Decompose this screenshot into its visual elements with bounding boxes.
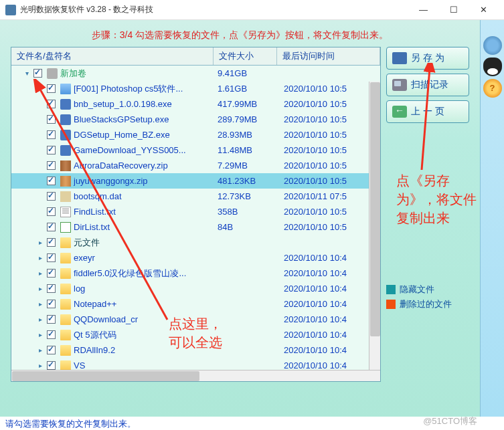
file-row[interactable]: ▸[F001] Photoshop cs5软件...1.61GB2020/10/…: [11, 81, 380, 96]
settings-icon[interactable]: [483, 36, 502, 55]
col-size[interactable]: 文件大小: [214, 47, 277, 65]
main-area: 步骤：3/4 勾选需要恢复的文件，点《另存为》按钮，将文件复制出来。 文件名/盘…: [0, 20, 480, 417]
file-row[interactable]: ▸BlueStacksGPSetup.exe289.79MB2020/10/10…: [11, 112, 380, 127]
file-row[interactable]: ▸AuroraDataRecovery.zip7.29MB2020/10/10 …: [11, 158, 380, 173]
file-time: 2020/10/10 10:4: [278, 314, 380, 324]
file-name: QQDownload_cr: [74, 314, 215, 324]
checkbox[interactable]: [47, 115, 56, 124]
file-type-icon: [60, 268, 71, 279]
checkbox[interactable]: [33, 69, 42, 78]
file-name: BlueStacksGPSetup.exe: [74, 114, 215, 124]
file-name: RDAllIn9.2: [74, 345, 215, 355]
col-time[interactable]: 最后访问时间: [277, 47, 380, 65]
file-row[interactable]: ▸RDAllIn9.22020/10/10 10:4: [11, 342, 380, 358]
file-type-icon: [60, 160, 71, 171]
checkbox[interactable]: [47, 130, 56, 139]
close-button[interactable]: ✕: [469, 0, 499, 19]
file-time: 2020/10/10 10:4: [278, 299, 380, 309]
save-as-button[interactable]: 另 存 为: [386, 47, 469, 70]
expand-icon[interactable]: ▾: [22, 70, 31, 77]
expand-icon[interactable]: ▸: [35, 270, 45, 277]
checkbox[interactable]: [47, 192, 56, 201]
file-row[interactable]: ▸log2020/10/10 10:4: [11, 281, 380, 296]
checkbox[interactable]: [47, 161, 56, 170]
file-type-icon: [60, 84, 71, 94]
expand-icon[interactable]: ▸: [35, 285, 45, 292]
file-row[interactable]: ▾新加卷9.41GB: [11, 66, 380, 81]
file-row[interactable]: ▸exeyr2020/10/10 10:4: [11, 250, 380, 265]
checkbox[interactable]: [47, 238, 56, 247]
file-name: exeyr: [74, 253, 215, 263]
file-time: 2020/10/10 10:5: [278, 145, 380, 155]
file-row[interactable]: ▸DirList.txt84B2020/10/10 10:5: [11, 219, 380, 235]
horizontal-scrollbar[interactable]: [11, 370, 380, 381]
file-time: 2020/10/10 10:4: [278, 284, 380, 294]
file-time: 2020/10/10 10:4: [278, 360, 380, 370]
file-row[interactable]: ▸bootsqm.dat12.73KB2020/10/11 07:5: [11, 189, 380, 204]
expand-icon[interactable]: ▸: [35, 254, 45, 261]
checkbox[interactable]: [47, 84, 56, 93]
scan-log-button[interactable]: 扫描记录: [386, 74, 469, 96]
file-type-icon: [60, 345, 71, 356]
file-row[interactable]: ▸fiddler5.0汉化绿色版雪山凌...2020/10/10 10:4: [11, 265, 380, 281]
file-name: Notepad++: [74, 299, 215, 309]
file-row[interactable]: ▸Qt 5源代码2020/10/10 10:4: [11, 327, 380, 342]
app-icon: [5, 5, 16, 15]
file-time: 2020/10/10 10:4: [278, 268, 380, 278]
qq-icon[interactable]: [483, 58, 502, 76]
checkbox[interactable]: [47, 253, 56, 262]
expand-icon[interactable]: ▸: [35, 239, 45, 246]
file-type-icon: [47, 68, 58, 79]
checkbox[interactable]: [47, 100, 56, 108]
prev-page-button[interactable]: 上 一 页: [386, 100, 469, 123]
file-size: 7.29MB: [215, 160, 278, 171]
checkbox[interactable]: [47, 284, 56, 293]
checkbox[interactable]: [47, 223, 56, 231]
file-row[interactable]: ▸Notepad++2020/10/10 10:4: [11, 296, 380, 312]
expand-icon[interactable]: ▸: [35, 300, 45, 308]
file-type-icon: [60, 130, 71, 140]
file-row[interactable]: ▸DGSetup_Home_BZ.exe28.93MB2020/10/10 10…: [11, 127, 380, 142]
file-name: DGSetup_Home_BZ.exe: [74, 130, 215, 140]
expand-icon[interactable]: ▸: [35, 346, 45, 354]
file-row[interactable]: ▸juyuwanggongx.zip481.23KB2020/10/10 10:…: [11, 173, 380, 189]
file-row[interactable]: ▸QQDownload_cr2020/10/10 10:4: [11, 312, 380, 327]
expand-icon[interactable]: ▸: [35, 331, 45, 338]
file-type-icon: [60, 222, 71, 233]
checkbox[interactable]: [47, 177, 56, 185]
file-size: 11.48MB: [215, 145, 278, 155]
checkbox[interactable]: [47, 330, 56, 339]
scroll-thumb[interactable]: [12, 371, 199, 381]
scroll-thumb[interactable]: [370, 82, 380, 336]
file-row[interactable]: ▸元文件: [11, 235, 380, 250]
file-time: 2020/10/10 10:5: [278, 207, 380, 217]
minimize-button[interactable]: —: [408, 0, 438, 19]
file-size: 9.41GB: [215, 68, 278, 78]
file-row[interactable]: ▸GameDownload_YYSS005...11.48MB2020/10/1…: [11, 142, 380, 158]
file-time: 2020/10/10 10:5: [278, 114, 380, 124]
checkbox[interactable]: [47, 269, 56, 278]
file-name: AuroraDataRecovery.zip: [74, 160, 215, 171]
checkbox[interactable]: [47, 315, 56, 324]
file-name: GameDownload_YYSS005...: [74, 145, 215, 155]
checkbox[interactable]: [47, 207, 56, 216]
file-name: bnb_setup_1.0.0.198.exe: [74, 99, 215, 109]
file-row[interactable]: ▸FindList.txt358B2020/10/10 10:5: [11, 204, 380, 219]
file-type-icon: [60, 145, 71, 156]
expand-icon[interactable]: ▸: [35, 316, 45, 323]
file-row[interactable]: ▸bnb_setup_1.0.0.198.exe417.99MB2020/10/…: [11, 96, 380, 112]
checkbox[interactable]: [47, 300, 56, 308]
file-list-body[interactable]: ▾新加卷9.41GB▸[F001] Photoshop cs5软件...1.61…: [11, 66, 380, 381]
maximize-button[interactable]: ☐: [438, 0, 469, 19]
file-name: bootsqm.dat: [74, 191, 215, 201]
checkbox[interactable]: [47, 346, 56, 354]
checkbox[interactable]: [47, 361, 56, 370]
file-type-icon: [60, 330, 71, 340]
expand-icon[interactable]: ▸: [35, 362, 45, 369]
checkbox[interactable]: [47, 146, 56, 154]
help-icon[interactable]: ?: [483, 79, 502, 98]
file-type-icon: [60, 314, 71, 325]
file-size: 12.73KB: [215, 191, 278, 201]
col-name[interactable]: 文件名/盘符名: [11, 47, 214, 65]
vertical-scrollbar[interactable]: [369, 82, 380, 370]
